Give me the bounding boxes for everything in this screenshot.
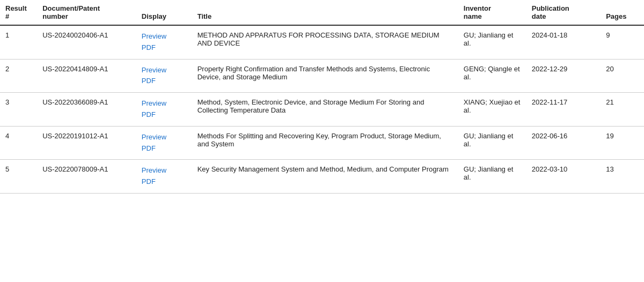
header-result: Result # <box>0 0 37 25</box>
cell-pubdate: 2022-06-16 <box>526 126 601 160</box>
cell-pages: 13 <box>601 160 644 194</box>
cell-inventor: XIANG; Xuejiao et al. <box>458 93 526 127</box>
preview-link[interactable]: Preview <box>142 98 187 109</box>
table-row: 3US-20220366089-A1PreviewPDFMethod, Syst… <box>0 93 644 127</box>
cell-pages: 21 <box>601 93 644 127</box>
cell-pubdate: 2022-12-29 <box>526 59 601 93</box>
header-title: Title <box>192 0 458 25</box>
cell-title: Property Right Confirmation and Transfer… <box>192 59 458 93</box>
cell-pubdate: 2022-11-17 <box>526 93 601 127</box>
pdf-link[interactable]: PDF <box>142 76 187 87</box>
cell-title: METHOD AND APPARATUS FOR PROCESSING DATA… <box>192 25 458 59</box>
cell-result: 1 <box>0 25 37 59</box>
table-row: 5US-20220078009-A1PreviewPDFKey Security… <box>0 160 644 194</box>
preview-link[interactable]: Preview <box>142 65 187 76</box>
header-display: Display <box>136 0 192 25</box>
cell-title: Methods For Splitting and Recovering Key… <box>192 126 458 160</box>
cell-patent: US-20220078009-A1 <box>37 160 136 194</box>
header-patent: Document/Patent number <box>37 0 136 25</box>
results-table: Result # Document/Patent number Display … <box>0 0 644 194</box>
cell-inventor: GU; Jianliang et al. <box>458 160 526 194</box>
preview-link[interactable]: Preview <box>142 132 187 143</box>
cell-display: PreviewPDF <box>136 160 192 194</box>
table-row: 1US-20240020406-A1PreviewPDFMETHOD AND A… <box>0 25 644 59</box>
cell-pages: 9 <box>601 25 644 59</box>
cell-patent: US-20240020406-A1 <box>37 25 136 59</box>
header-publication: Publication date <box>526 0 601 25</box>
results-table-container: Result # Document/Patent number Display … <box>0 0 644 194</box>
preview-link[interactable]: Preview <box>142 165 187 176</box>
cell-result: 4 <box>0 126 37 160</box>
cell-result: 3 <box>0 93 37 127</box>
cell-title: Key Security Management System and Metho… <box>192 160 458 194</box>
cell-pubdate: 2024-01-18 <box>526 25 601 59</box>
table-row: 4US-20220191012-A1PreviewPDFMethods For … <box>0 126 644 160</box>
cell-pages: 20 <box>601 59 644 93</box>
header-pages: Pages <box>601 0 644 25</box>
table-row: 2US-20220414809-A1PreviewPDFProperty Rig… <box>0 59 644 93</box>
cell-display: PreviewPDF <box>136 25 192 59</box>
cell-display: PreviewPDF <box>136 93 192 127</box>
pdf-link[interactable]: PDF <box>142 42 187 54</box>
cell-result: 5 <box>0 160 37 194</box>
pdf-link[interactable]: PDF <box>142 176 187 188</box>
cell-inventor: GU; Jianliang et al. <box>458 126 526 160</box>
cell-title: Method, System, Electronic Device, and S… <box>192 93 458 127</box>
preview-link[interactable]: Preview <box>142 31 187 42</box>
cell-display: PreviewPDF <box>136 126 192 160</box>
cell-result: 2 <box>0 59 37 93</box>
pdf-link[interactable]: PDF <box>142 109 187 121</box>
cell-pubdate: 2022-03-10 <box>526 160 601 194</box>
cell-pages: 19 <box>601 126 644 160</box>
cell-patent: US-20220191012-A1 <box>37 126 136 160</box>
cell-patent: US-20220414809-A1 <box>37 59 136 93</box>
pdf-link[interactable]: PDF <box>142 143 187 154</box>
cell-display: PreviewPDF <box>136 59 192 93</box>
cell-patent: US-20220366089-A1 <box>37 93 136 127</box>
cell-inventor: GU; Jianliang et al. <box>458 25 526 59</box>
header-inventor: Inventor name <box>458 0 526 25</box>
cell-inventor: GENG; Qiangle et al. <box>458 59 526 93</box>
